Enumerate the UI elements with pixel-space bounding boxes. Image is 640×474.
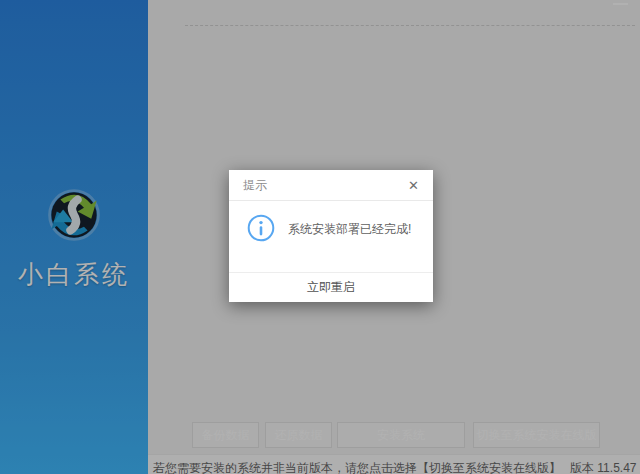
- dialog-body: 系统安装部署已经完成!: [229, 201, 433, 272]
- dialog-header: 提示 ✕: [229, 170, 433, 201]
- app-window: 小白系统 备份数据 还原数据 安装系统 切换至系统安装在线版 若您需要安装的系统…: [0, 0, 640, 474]
- close-icon[interactable]: ✕: [406, 177, 421, 194]
- message-dialog: 提示 ✕ 系统安装部署已经完成! 立即重启: [229, 170, 433, 302]
- dialog-message: 系统安装部署已经完成!: [288, 221, 411, 237]
- info-circle-icon: [247, 214, 275, 242]
- dialog-title: 提示: [243, 177, 406, 194]
- restart-now-button[interactable]: 立即重启: [229, 272, 433, 302]
